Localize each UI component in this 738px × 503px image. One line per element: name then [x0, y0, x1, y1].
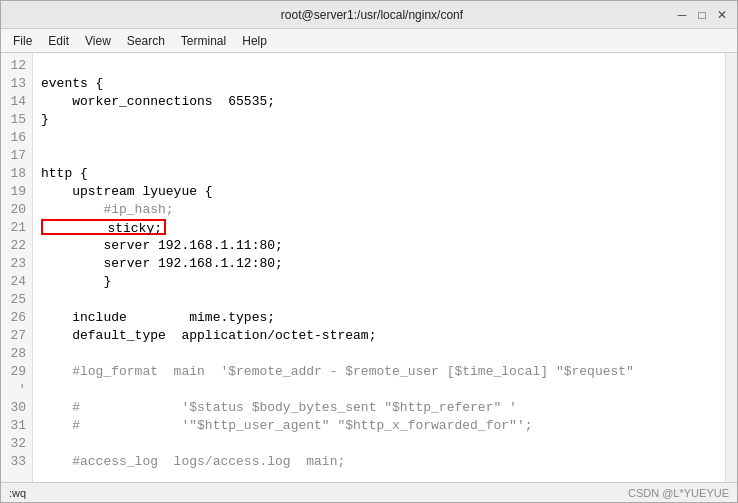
titlebar: root@server1:/usr/local/nginx/conf ─ □ ✕	[1, 1, 737, 29]
highlighted-code: sticky;	[41, 219, 166, 235]
window-controls: ─ □ ✕	[675, 8, 729, 22]
menu-item-view[interactable]: View	[77, 32, 119, 50]
line-number: 27	[1, 327, 32, 345]
line-number: '	[1, 381, 32, 399]
menu-item-edit[interactable]: Edit	[40, 32, 77, 50]
code-line	[41, 435, 725, 453]
line-number: 25	[1, 291, 32, 309]
minimize-button[interactable]: ─	[675, 8, 689, 22]
line-number: 15	[1, 111, 32, 129]
line-number: 13	[1, 75, 32, 93]
terminal-window: root@server1:/usr/local/nginx/conf ─ □ ✕…	[0, 0, 738, 503]
window-title: root@server1:/usr/local/nginx/conf	[69, 8, 675, 22]
line-number: 22	[1, 237, 32, 255]
code-line	[41, 147, 725, 165]
code-line: }	[41, 273, 725, 291]
code-line: default_type application/octet-stream;	[41, 327, 725, 345]
code-line: #access_log logs/access.log main;	[41, 453, 725, 471]
menubar: FileEditViewSearchTerminalHelp	[1, 29, 737, 53]
maximize-button[interactable]: □	[695, 8, 709, 22]
line-number: 23	[1, 255, 32, 273]
line-number: 12	[1, 57, 32, 75]
code-line	[41, 345, 725, 363]
code-line: worker_connections 65535;	[41, 93, 725, 111]
code-line	[41, 129, 725, 147]
statusbar: :wq CSDN @L*YUEYUE	[1, 482, 737, 502]
code-line: # '"$http_user_agent" "$http_x_forwarded…	[41, 417, 725, 435]
scrollbar[interactable]	[725, 53, 737, 482]
line-number: 14	[1, 93, 32, 111]
code-line: #log_format main '$remote_addr - $remote…	[41, 363, 725, 381]
line-number: 20	[1, 201, 32, 219]
line-number: 18	[1, 165, 32, 183]
line-number: 29	[1, 363, 32, 381]
line-number: 32	[1, 435, 32, 453]
line-number: 33	[1, 453, 32, 471]
line-number: 30	[1, 399, 32, 417]
code-content[interactable]: events { worker_connections 65535;}http …	[33, 53, 725, 482]
line-number: 26	[1, 309, 32, 327]
code-line: http {	[41, 165, 725, 183]
line-number: 17	[1, 147, 32, 165]
line-number: 21	[1, 219, 32, 237]
line-number: 31	[1, 417, 32, 435]
close-button[interactable]: ✕	[715, 8, 729, 22]
menu-item-terminal[interactable]: Terminal	[173, 32, 234, 50]
code-line	[41, 381, 725, 399]
menu-item-file[interactable]: File	[5, 32, 40, 50]
line-number: 16	[1, 129, 32, 147]
code-line: sticky;	[41, 219, 725, 237]
editor-area: 121314151617181920212223242526272829 '30…	[1, 53, 737, 482]
code-line	[41, 57, 725, 75]
code-line: include mime.types;	[41, 309, 725, 327]
code-line: events {	[41, 75, 725, 93]
line-number: 19	[1, 183, 32, 201]
code-line: upstream lyueyue {	[41, 183, 725, 201]
code-line	[41, 291, 725, 309]
menu-item-search[interactable]: Search	[119, 32, 173, 50]
line-number: 28	[1, 345, 32, 363]
code-line: server 192.168.1.11:80;	[41, 237, 725, 255]
code-line: #ip_hash;	[41, 201, 725, 219]
watermark: CSDN @L*YUEYUE	[628, 487, 729, 499]
vim-command: :wq	[9, 487, 26, 499]
menu-item-help[interactable]: Help	[234, 32, 275, 50]
code-line: }	[41, 111, 725, 129]
code-line: # '$status $body_bytes_sent "$http_refer…	[41, 399, 725, 417]
code-line: server 192.168.1.12:80;	[41, 255, 725, 273]
line-number: 24	[1, 273, 32, 291]
line-numbers: 121314151617181920212223242526272829 '30…	[1, 53, 33, 482]
